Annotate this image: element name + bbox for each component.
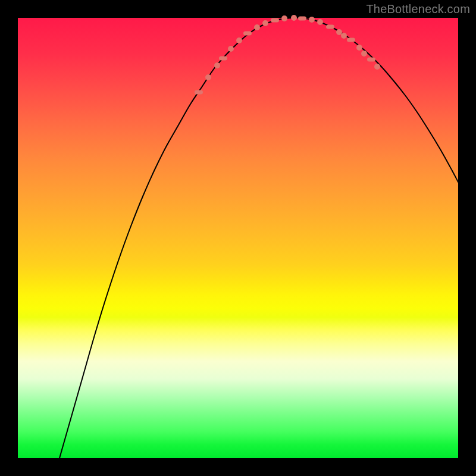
curve-marker	[356, 45, 362, 51]
curve-marker	[361, 51, 367, 57]
curve-marker	[205, 74, 211, 80]
curve-marker	[341, 33, 347, 39]
chart-frame: TheBottleneck.com	[0, 0, 476, 476]
curve-marker	[195, 90, 203, 95]
bottleneck-curve	[60, 18, 458, 458]
curve-marker	[262, 20, 268, 26]
curve-marker	[271, 18, 279, 23]
curve-svg	[18, 18, 458, 458]
curve-marker	[228, 46, 234, 52]
curve-marker	[254, 24, 260, 30]
curve-markers	[195, 15, 380, 95]
curve-marker	[291, 15, 297, 21]
curve-marker	[347, 38, 355, 42]
curve-marker	[243, 32, 252, 36]
curve-marker	[236, 37, 242, 43]
curve-marker	[326, 25, 334, 29]
curve-marker	[281, 15, 287, 21]
curve-marker	[317, 19, 323, 25]
curve-marker	[336, 29, 342, 35]
curve-marker	[367, 58, 375, 62]
plot-area	[18, 18, 458, 458]
curve-marker	[219, 57, 227, 61]
curve-marker	[374, 64, 380, 70]
curve-marker	[309, 17, 315, 23]
watermark-text: TheBottleneck.com	[366, 2, 470, 16]
curve-marker	[298, 17, 306, 21]
curve-marker	[214, 62, 220, 68]
